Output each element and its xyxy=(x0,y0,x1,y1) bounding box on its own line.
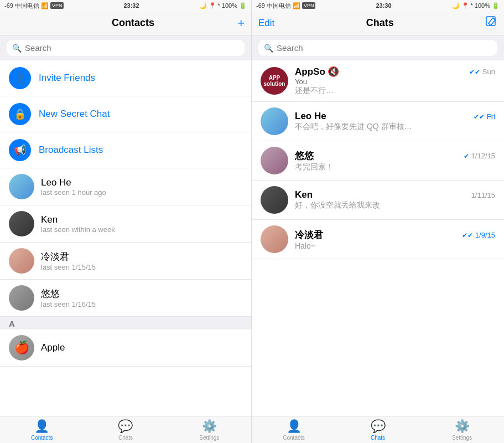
bluetooth-icon: * xyxy=(218,2,220,9)
contact-sub-leng: last seen 1/15/15 xyxy=(41,263,242,271)
right-vpn-badge: VPN xyxy=(302,2,316,9)
chat-name-leng: 冷淡君 xyxy=(295,229,323,241)
chat-avatar-leo xyxy=(261,107,288,135)
chat-time-youyou: ✔ 1/12/15 xyxy=(464,152,495,160)
right-search-wrap: 🔍 xyxy=(258,40,497,56)
contact-name-apple: Apple xyxy=(41,342,242,353)
left-search-icon: 🔍 xyxy=(12,44,22,53)
contact-item-leo[interactable]: Leo He last seen 1 hour ago xyxy=(0,168,251,205)
right-status-signal: -69 中国电信 📶 VPN xyxy=(256,2,315,10)
contact-name-leo: Leo He xyxy=(41,177,242,188)
broadcast-lists-item[interactable]: 📢 Broadcast Lists xyxy=(0,132,251,168)
contact-sub-leo: last seen 1 hour ago xyxy=(41,188,242,197)
left-tab-bar: 👤 Contacts 💬 Chats ⚙️ Settings xyxy=(0,416,251,443)
broadcast-icon: 📢 xyxy=(9,139,31,161)
chat-item-youyou[interactable]: 悠悠 ✔ 1/12/15 考完回家！ xyxy=(252,141,504,181)
left-scroll-area: 👤 Invite Friends 🔒 New Secret Chat 📢 Bro… xyxy=(0,60,251,416)
right-tab-contacts[interactable]: 👤 Contacts xyxy=(252,416,336,443)
left-tab-chats-label: Chats xyxy=(118,435,133,441)
chat-time-leng: ✔✔ 1/9/15 xyxy=(462,231,495,239)
compose-button[interactable] xyxy=(485,16,497,30)
chat-item-leo[interactable]: Leo He ✔✔ Fri 不会吧，好像要先进 QQ 群审核… xyxy=(252,102,504,141)
right-tab-settings[interactable]: ⚙️ Settings xyxy=(420,416,504,443)
right-tab-chats[interactable]: 💬 Chats xyxy=(336,416,420,443)
right-status-bar: -69 中国电信 📶 VPN 23:30 🌙 📍 * 100% 🔋 xyxy=(252,0,504,11)
contact-name-ken: Ken xyxy=(41,214,242,225)
battery-text: 100% xyxy=(222,2,237,9)
right-location-icon: 📍 xyxy=(461,2,469,9)
chat-avatar-appso: APPsolution xyxy=(261,67,288,95)
left-status-battery: 🌙 📍 * 100% 🔋 xyxy=(199,2,247,9)
invite-friends-label: Invite Friends xyxy=(39,73,95,84)
chat-preview-appso: 还是不行… xyxy=(295,86,417,96)
chat-top-youyou: 悠悠 ✔ 1/12/15 xyxy=(295,150,495,162)
right-status-battery: 🌙 📍 * 100% 🔋 xyxy=(452,2,500,9)
right-wifi-icon: 📶 xyxy=(293,2,300,9)
invite-friends-icon: 👤 xyxy=(9,67,31,89)
chat-preview-ken: 好，你没空就丢给我来改 xyxy=(295,200,417,210)
contact-info-apple: Apple xyxy=(41,342,242,353)
contact-avatar-youyou xyxy=(9,285,34,311)
wifi-icon: 📶 xyxy=(41,2,49,9)
broadcast-label: Broadcast Lists xyxy=(39,145,103,156)
left-header: Contacts + xyxy=(0,11,251,35)
right-tab-bar: 👤 Contacts 💬 Chats ⚙️ Settings xyxy=(252,416,504,443)
chat-top-ken: Ken 1/11/15 xyxy=(295,189,495,200)
left-header-title: Contacts xyxy=(112,17,154,29)
chat-time-leo: ✔✔ Fri xyxy=(474,112,495,121)
left-status-signal: -69 中国电信 📶 VPN xyxy=(4,2,64,10)
left-status-time: 23:32 xyxy=(123,2,139,9)
right-search-bar: 🔍 xyxy=(252,35,504,60)
chat-item-appso[interactable]: APPsolution AppSo 🔇 ✔✔ Sun You 还是不行… xyxy=(252,60,504,102)
add-contact-button[interactable]: + xyxy=(237,16,245,30)
chat-info-appso: AppSo 🔇 ✔✔ Sun You 还是不行… xyxy=(295,66,495,96)
vpn-badge: VPN xyxy=(50,2,64,9)
left-search-wrap: 🔍 xyxy=(7,40,245,56)
right-scroll-area: APPsolution AppSo 🔇 ✔✔ Sun You 还是不行… Leo… xyxy=(252,60,504,416)
edit-button[interactable]: Edit xyxy=(258,18,274,29)
chat-info-ken: Ken 1/11/15 好，你没空就丢给我来改 xyxy=(295,189,495,210)
left-tab-settings-label: Settings xyxy=(199,435,219,441)
signal-text: -69 中国电信 xyxy=(4,2,39,10)
moon-icon: 🌙 xyxy=(199,2,207,9)
left-panel: -69 中国电信 📶 VPN 23:32 🌙 📍 * 100% 🔋 Contac… xyxy=(0,0,252,443)
contact-name-leng: 冷淡君 xyxy=(41,250,242,263)
contact-item-apple[interactable]: 🍎 Apple xyxy=(0,329,251,367)
right-search-input[interactable] xyxy=(277,43,492,53)
contact-avatar-ken xyxy=(9,211,34,236)
chat-avatar-leng xyxy=(261,225,288,253)
chat-name-leo: Leo He xyxy=(295,111,326,122)
secret-chat-icon: 🔒 xyxy=(9,103,31,125)
right-tab-chats-icon: 💬 xyxy=(371,419,386,434)
right-tab-settings-label: Settings xyxy=(452,435,472,441)
chat-name-ken: Ken xyxy=(295,189,313,200)
left-tab-contacts[interactable]: 👤 Contacts xyxy=(0,416,84,443)
chat-item-leng[interactable]: 冷淡君 ✔✔ 1/9/15 Halo~ xyxy=(252,220,504,259)
contact-info-ken: Ken last seen within a week xyxy=(41,214,242,234)
contact-info-youyou: 悠悠 last seen 1/16/15 xyxy=(41,287,242,308)
contact-name-youyou: 悠悠 xyxy=(41,287,242,300)
left-tab-settings-icon: ⚙️ xyxy=(202,419,217,434)
new-secret-chat-item[interactable]: 🔒 New Secret Chat xyxy=(0,96,251,132)
right-search-icon: 🔍 xyxy=(264,44,273,53)
chat-name-youyou: 悠悠 xyxy=(295,150,314,162)
left-tab-chats[interactable]: 💬 Chats xyxy=(84,416,167,443)
left-tab-chats-icon: 💬 xyxy=(118,419,133,434)
section-header-a: A xyxy=(0,317,251,329)
contact-item-youyou[interactable]: 悠悠 last seen 1/16/15 xyxy=(0,280,251,317)
battery-icon: 🔋 xyxy=(239,2,247,9)
right-bluetooth-icon: * xyxy=(471,2,473,9)
left-search-input[interactable] xyxy=(25,43,239,53)
left-search-bar: 🔍 xyxy=(0,35,251,60)
contact-item-ken[interactable]: Ken last seen within a week xyxy=(0,205,251,243)
invite-friends-item[interactable]: 👤 Invite Friends xyxy=(0,60,251,96)
left-tab-settings[interactable]: ⚙️ Settings xyxy=(168,416,251,443)
contact-avatar-leo xyxy=(9,174,34,199)
chat-item-ken[interactable]: Ken 1/11/15 好，你没空就丢给我来改 xyxy=(252,181,504,220)
contact-avatar-apple: 🍎 xyxy=(9,335,34,360)
contact-item-leng[interactable]: 冷淡君 last seen 1/15/15 xyxy=(0,243,251,280)
left-tab-contacts-label: Contacts xyxy=(31,435,53,441)
chat-top-leng: 冷淡君 ✔✔ 1/9/15 xyxy=(295,229,495,241)
left-tab-contacts-icon: 👤 xyxy=(34,419,49,434)
chat-time-appso: ✔✔ Sun xyxy=(469,68,495,76)
